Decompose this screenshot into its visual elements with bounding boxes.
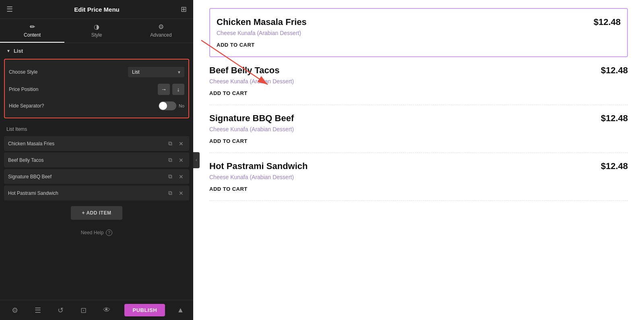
delete-item-3-button[interactable]: ✕: [177, 173, 185, 181]
menu-item-1-top: Chicken Masala Fries $12.48: [217, 17, 621, 27]
panel-header: ☰ Edit Price Menu ⊞: [0, 0, 193, 19]
menu-item-1-price: $12.48: [594, 17, 621, 27]
list-item: Chicken Masala Fries ⧉ ✕: [4, 136, 189, 151]
choose-style-dropdown-wrapper: List ▼: [128, 67, 184, 77]
responsive-icon[interactable]: ⊡: [78, 303, 89, 317]
menu-item-4-name: Hot Pastrami Sandwich: [209, 161, 308, 171]
help-icon[interactable]: ?: [106, 229, 112, 236]
grid-icon[interactable]: ⊞: [181, 5, 187, 14]
menu-item-2: Beef Belly Tacos $12.48 Cheese Kunafa (A…: [209, 57, 628, 105]
price-position-right-btn[interactable]: →: [158, 84, 170, 95]
duplicate-item-4-button[interactable]: ⧉: [167, 189, 174, 197]
menu-item-2-name: Beef Belly Tacos: [209, 65, 279, 76]
list-item: Hot Pastrami Sandwich ⧉ ✕: [4, 186, 189, 200]
menu-item-2-desc: Cheese Kunafa (Arabian Dessert): [209, 78, 628, 85]
add-item-button[interactable]: + ADD ITEM: [71, 206, 123, 220]
toggle-label: No: [179, 103, 184, 108]
panel-title: Edit Price Menu: [74, 6, 120, 13]
preview-icon[interactable]: 👁: [101, 303, 113, 317]
tab-content[interactable]: ✏ Content: [0, 19, 64, 43]
list-items-header: List Items: [0, 122, 193, 134]
need-help: Need Help ?: [0, 225, 193, 240]
expand-icon[interactable]: ▲: [177, 306, 184, 314]
need-help-label: Need Help: [81, 230, 104, 235]
section-title: List: [14, 48, 23, 54]
settings-icon[interactable]: ⚙: [9, 303, 21, 317]
duplicate-item-3-button[interactable]: ⧉: [167, 172, 174, 181]
list-item: Beef Belly Tacos ⧉ ✕: [4, 153, 189, 167]
list-item-name-1: Chicken Masala Fries: [8, 141, 163, 147]
style-icon: ◑: [94, 23, 99, 31]
right-panel: Chicken Masala Fries $12.48 Cheese Kunaf…: [193, 0, 644, 320]
left-panel: ☰ Edit Price Menu ⊞ ✏ Content ◑ Style ⚙ …: [0, 0, 193, 320]
add-to-cart-2[interactable]: ADD TO CART: [209, 90, 248, 96]
menu-item-4-price: $12.48: [601, 161, 628, 171]
list-item-name-2: Beef Belly Tacos: [8, 157, 163, 163]
hamburger-icon[interactable]: ☰: [6, 5, 13, 14]
collapse-handle[interactable]: ‹: [193, 152, 200, 168]
menu-item-highlighted: Chicken Masala Fries $12.48 Cheese Kunaf…: [209, 8, 628, 57]
menu-item-2-price: $12.48: [601, 65, 628, 76]
history-icon[interactable]: ↺: [55, 303, 66, 317]
add-to-cart-3[interactable]: ADD TO CART: [209, 138, 248, 144]
hide-separator-toggle[interactable]: [159, 101, 176, 110]
hide-separator-label: Hide Separator?: [9, 103, 44, 109]
delete-item-4-button[interactable]: ✕: [177, 189, 185, 197]
panel-content: ▼ List Choose Style List ▼ Price P: [0, 43, 193, 300]
choose-style-control: List ▼: [128, 67, 184, 77]
highlight-box: Choose Style List ▼ Price Position → ↓: [4, 59, 189, 118]
list-item-name-3: Signature BBQ Beef: [8, 174, 163, 180]
menu-item-3: Signature BBQ Beef $12.48 Cheese Kunafa …: [209, 105, 628, 153]
advanced-icon: ⚙: [158, 23, 164, 31]
menu-item-3-top: Signature BBQ Beef $12.48: [209, 113, 628, 124]
menu-item-3-name: Signature BBQ Beef: [209, 113, 294, 124]
menu-item-3-desc: Cheese Kunafa (Arabian Dessert): [209, 126, 628, 132]
toggle-knob: [159, 102, 167, 110]
add-to-cart-1[interactable]: ADD TO CART: [217, 42, 255, 48]
publish-button[interactable]: PUBLISH: [124, 304, 165, 316]
delete-item-1-button[interactable]: ✕: [177, 140, 185, 148]
section-arrow: ▼: [6, 49, 10, 53]
tab-style[interactable]: ◑ Style: [64, 19, 129, 43]
list-section-header: ▼ List: [0, 43, 193, 59]
choose-style-row: Choose Style List ▼: [9, 64, 184, 81]
hide-separator-row: Hide Separator? No: [9, 98, 184, 114]
choose-style-label: Choose Style: [9, 69, 37, 75]
menu-item-1-name: Chicken Masala Fries: [217, 17, 307, 27]
tab-content-label: Content: [24, 32, 41, 38]
bottom-toolbar: ⚙ ☰ ↺ ⊡ 👁 PUBLISH ▲: [0, 300, 193, 320]
menu-item-3-price: $12.48: [601, 113, 628, 124]
tab-advanced-label: Advanced: [150, 32, 171, 38]
price-position-row: Price Position → ↓: [9, 81, 184, 98]
duplicate-item-1-button[interactable]: ⧉: [167, 139, 174, 148]
layers-icon[interactable]: ☰: [32, 303, 43, 317]
menu-item-4-top: Hot Pastrami Sandwich $12.48: [209, 161, 628, 171]
price-position-label: Price Position: [9, 87, 38, 92]
price-position-down-btn[interactable]: ↓: [172, 84, 184, 95]
menu-item-4: Hot Pastrami Sandwich $12.48 Cheese Kuna…: [209, 153, 628, 201]
menu-item-2-top: Beef Belly Tacos $12.48: [209, 65, 628, 76]
choose-style-select[interactable]: List: [128, 67, 184, 77]
list-item-name-4: Hot Pastrami Sandwich: [8, 190, 163, 196]
delete-item-2-button[interactable]: ✕: [177, 156, 185, 164]
tab-style-label: Style: [91, 32, 102, 38]
hide-separator-toggle-wrapper: No: [159, 101, 184, 110]
menu-item-4-desc: Cheese Kunafa (Arabian Dessert): [209, 174, 628, 180]
collapse-arrow-icon: ‹: [196, 158, 197, 162]
duplicate-item-2-button[interactable]: ⧉: [167, 156, 174, 164]
tab-advanced[interactable]: ⚙ Advanced: [129, 19, 193, 43]
add-to-cart-4[interactable]: ADD TO CART: [209, 186, 248, 192]
list-item: Signature BBQ Beef ⧉ ✕: [4, 169, 189, 184]
tabs: ✏ Content ◑ Style ⚙ Advanced: [0, 19, 193, 43]
price-position-control: → ↓: [158, 84, 184, 95]
content-icon: ✏: [30, 23, 35, 31]
menu-item-1-desc: Cheese Kunafa (Arabian Dessert): [217, 30, 621, 36]
